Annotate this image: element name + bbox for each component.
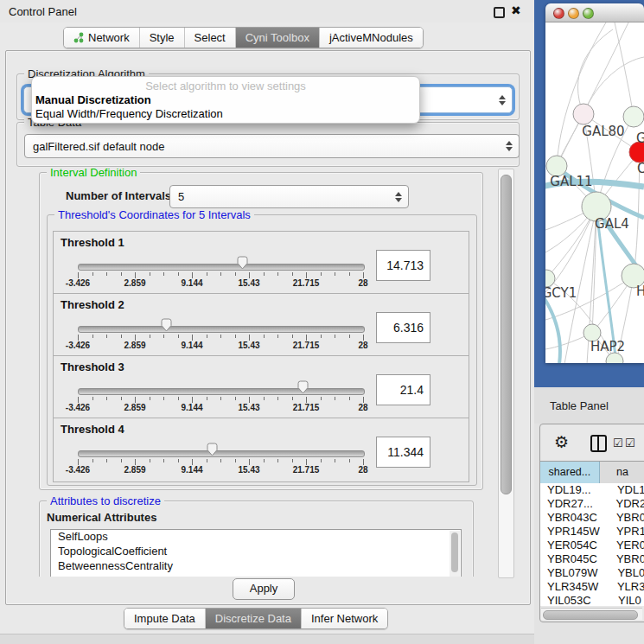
table-row[interactable]: YBL079WYBL0 xyxy=(540,566,644,580)
tab-impute-data[interactable]: Impute Data xyxy=(124,609,206,628)
number-of-intervals-select[interactable]: 5 xyxy=(169,185,409,208)
slider-tick xyxy=(306,272,307,278)
slider-tick xyxy=(321,459,322,462)
slider-tick xyxy=(92,335,93,338)
slider-tick xyxy=(264,397,265,400)
table-column-header[interactable]: na xyxy=(600,462,644,483)
network-icon xyxy=(73,32,84,43)
slider-tick xyxy=(349,459,350,462)
close-icon[interactable]: ✖ xyxy=(511,3,521,17)
slider-tick xyxy=(235,459,236,462)
network-node-label: GAL80 xyxy=(582,124,624,139)
attributes-group: Attributes to discretize Numerical Attri… xyxy=(39,501,474,577)
table-row[interactable]: YIL053CYIL0 xyxy=(540,594,644,606)
threshold-value-field[interactable]: 6.316 xyxy=(376,312,430,343)
table-data-select[interactable]: galFiltered.sif default node xyxy=(24,134,520,158)
attribute-item-selfloops[interactable]: SelfLoops xyxy=(51,530,461,545)
gear-icon[interactable]: ⚙ xyxy=(554,432,569,452)
checkbox-icon[interactable]: ☑ xyxy=(625,437,635,450)
slider-tick xyxy=(135,397,136,403)
threshold-panel-1: Threshold 1-3.4262.8599.14415.4321.71528… xyxy=(53,231,469,296)
network-view-window[interactable]: GAL80GACGAL11GAL4GCY1HHAP2 xyxy=(545,3,644,363)
apply-button[interactable]: Apply xyxy=(233,578,295,600)
combo-arrows-icon xyxy=(499,95,506,105)
tab-network[interactable]: Network xyxy=(64,28,140,48)
network-edge[interactable] xyxy=(583,57,644,114)
window-minimize-button[interactable] xyxy=(568,8,579,19)
slider-track[interactable] xyxy=(78,388,365,395)
slider-track[interactable] xyxy=(78,264,365,271)
algorithm-dropdown-popup: Select algorithm to view settings Manual… xyxy=(31,76,420,124)
table-horizontal-scrollbar[interactable] xyxy=(541,608,642,620)
slider-tick xyxy=(121,272,122,276)
slider-track[interactable] xyxy=(78,326,365,333)
settings-viewport: Interval Definition Number of Intervals … xyxy=(15,169,497,577)
slider-tick-label: 21.715 xyxy=(284,465,328,475)
tab-cyni-toolbox[interactable]: Cyni Toolbox xyxy=(236,28,320,48)
tab-discretize-data[interactable]: Discretize Data xyxy=(206,609,302,628)
tab-select[interactable]: Select xyxy=(185,28,236,48)
algorithm-option-manual-discretization[interactable]: Manual Discretization xyxy=(35,93,151,106)
table-column-header[interactable]: shared... xyxy=(540,462,600,483)
checkbox-icon[interactable]: ☑ xyxy=(613,437,623,450)
settings-scrollbar-thumb[interactable] xyxy=(501,175,512,494)
threshold-value-field[interactable]: 21.4 xyxy=(376,374,430,405)
slider-handle[interactable] xyxy=(296,379,309,395)
slider-tick xyxy=(363,459,364,465)
table-cell: YBL0 xyxy=(612,566,644,580)
threshold-label: Threshold 1 xyxy=(61,236,124,249)
attributes-scrollbar-thumb[interactable] xyxy=(451,532,458,572)
table-row[interactable]: YBR043CYBR0 xyxy=(540,511,644,525)
slider-track[interactable] xyxy=(78,450,365,457)
settings-vertical-scrollbar[interactable] xyxy=(498,169,514,578)
attribute-item-topologicalcoefficient[interactable]: TopologicalCoefficient xyxy=(51,545,461,559)
slider-tick xyxy=(192,459,193,465)
table-row[interactable]: YDR27...YDR2 xyxy=(540,497,644,511)
table-cell: YDL1 xyxy=(612,483,644,497)
attributes-scrollbar[interactable] xyxy=(450,531,460,577)
table-row[interactable]: YER054CYER0 xyxy=(540,539,644,552)
slider-tick xyxy=(321,397,322,400)
threshold-value-field[interactable]: 14.713 xyxy=(376,250,430,281)
slider-tick xyxy=(292,272,293,276)
algorithm-option-equal-width-frequency-discretization[interactable]: Equal Width/Frequency Discretization xyxy=(35,107,223,120)
network-node[interactable] xyxy=(573,104,594,124)
slider-tick xyxy=(277,397,278,400)
network-edge[interactable] xyxy=(557,22,628,166)
numerical-attributes-list[interactable]: SelfLoopsTopologicalCoefficientBetweenne… xyxy=(50,529,462,577)
node-table: ⚙ ☑ ☑ shared...na YDL19...YDL1YDR27...YD… xyxy=(539,424,644,622)
column-layout-icon[interactable] xyxy=(590,435,607,452)
network-node[interactable] xyxy=(623,106,644,127)
tab-infer-network[interactable]: Infer Network xyxy=(302,609,387,628)
slider-tick-label: 21.715 xyxy=(284,403,328,412)
network-edge[interactable] xyxy=(578,29,614,114)
network-node[interactable] xyxy=(545,270,555,287)
table-row[interactable]: YDL19...YDL1 xyxy=(540,483,644,497)
slider-tick xyxy=(264,459,265,462)
slider-tick xyxy=(249,335,250,341)
table-hscrollbar-thumb[interactable] xyxy=(543,610,638,620)
network-edge[interactable] xyxy=(557,22,606,166)
threshold-value-field[interactable]: 11.344 xyxy=(376,437,430,468)
algorithm-dropdown-placeholder: Select algorithm to view settings xyxy=(32,80,419,92)
window-close-button[interactable] xyxy=(553,8,564,19)
tab-style[interactable]: Style xyxy=(140,28,185,48)
slider-tick-label: 9.144 xyxy=(170,341,214,350)
float-window-icon[interactable] xyxy=(494,7,505,18)
network-canvas[interactable]: GAL80GACGAL11GAL4GCY1HHAP2 xyxy=(545,22,644,363)
table-row[interactable]: YBR045CYBR0 xyxy=(540,552,644,566)
network-edge-highlighted[interactable] xyxy=(545,297,560,363)
tab-jactivemnodules[interactable]: jActiveMNodules xyxy=(320,28,423,48)
slider-tick xyxy=(363,272,364,278)
window-zoom-button[interactable] xyxy=(583,8,594,19)
table-row[interactable]: YLR345WYLR3 xyxy=(540,580,644,594)
slider-tick-label: 9.144 xyxy=(170,465,214,475)
slider-handle[interactable] xyxy=(160,317,173,333)
table-row[interactable]: YPR145WYPR1 xyxy=(540,525,644,539)
slider-handle[interactable] xyxy=(206,442,219,457)
slider-tick-label: 2.859 xyxy=(113,403,156,412)
attribute-item-betweennesscentrality[interactable]: BetweennessCentrality xyxy=(51,559,461,574)
slider-handle[interactable] xyxy=(236,255,249,271)
tab-label: Impute Data xyxy=(134,612,195,625)
cyni-toolbox-panel: Discretization Algorithm Select algorith… xyxy=(5,50,531,605)
